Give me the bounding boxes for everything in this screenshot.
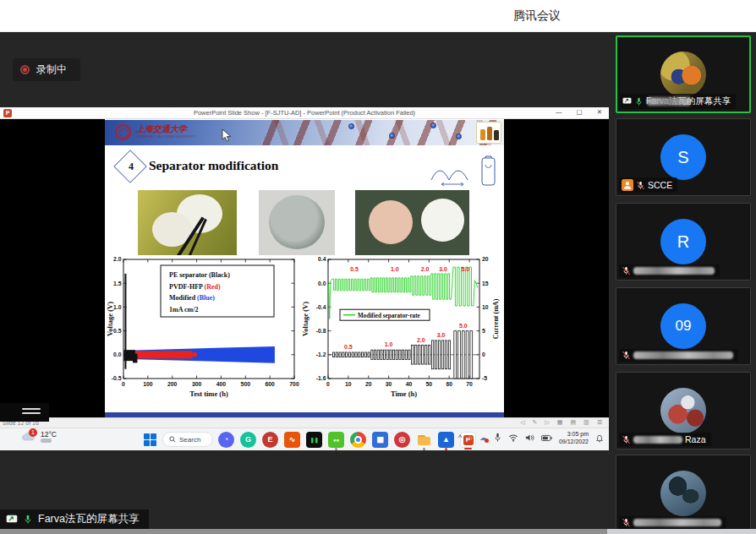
slide-title: Separator modification	[149, 158, 278, 173]
participants-sidebar: Farva法瓦的屏幕共享 S SCCE	[611, 32, 756, 534]
svg-text:-5: -5	[482, 375, 487, 381]
svg-text:1.0: 1.0	[113, 304, 122, 310]
slideshow-control-5[interactable]: ▥	[583, 419, 589, 426]
participant-tile-eagle[interactable]	[616, 455, 751, 532]
name-redaction	[633, 267, 715, 275]
taskbar-app-icons: ◔GE∿❚❚●●▦◎▲P	[218, 432, 476, 448]
clock[interactable]: 3:05 pm 09/12/2022	[559, 430, 589, 446]
svg-text:10: 10	[482, 304, 489, 310]
temperature-label: 12°C	[41, 430, 57, 439]
svg-text:300: 300	[192, 381, 202, 387]
participant-tile-sharer[interactable]: Farva法瓦的屏幕共享	[616, 35, 751, 113]
taskbar-icon-grammarly[interactable]: G	[240, 432, 256, 448]
svg-text:Modified separator-rate: Modified separator-rate	[358, 313, 420, 319]
taskbar-icon-photos[interactable]: ▲	[438, 432, 454, 448]
svg-text:-0.4: -0.4	[316, 304, 326, 310]
powerpoint-window-title: PowerPoint Slide Show - [F-SJTU-AD] - Po…	[0, 109, 609, 117]
svg-text:2.0: 2.0	[417, 337, 425, 343]
taskbar-icon-opera[interactable]: ◎	[394, 432, 410, 448]
svg-text:Voltage (V): Voltage (V)	[107, 302, 114, 336]
mic-muted-icon	[622, 266, 631, 275]
viewer-taskbar-edge	[0, 529, 756, 534]
svg-text:700: 700	[289, 381, 299, 387]
powerpoint-window: P PowerPoint Slide Show - [F-SJTU-AD] - …	[0, 107, 609, 428]
svg-text:30: 30	[386, 381, 392, 387]
wifi-icon[interactable]	[508, 433, 518, 442]
minimize-button[interactable]: —	[556, 108, 562, 116]
screen-share-icon	[622, 97, 632, 106]
close-button[interactable]: ✕	[597, 108, 602, 116]
taskbar-icon-wechat[interactable]: ●●	[328, 432, 344, 448]
restore-button[interactable]: ▢	[577, 108, 583, 116]
banner-photo	[249, 120, 504, 145]
participant-tile-r[interactable]: R	[616, 203, 751, 281]
mic-on-icon	[634, 97, 644, 106]
svg-text:0.5: 0.5	[344, 344, 353, 350]
power-mode-icon[interactable]: ϟ	[468, 433, 473, 442]
svg-text:-0.8: -0.8	[316, 328, 326, 334]
svg-text:0: 0	[326, 381, 330, 387]
svg-text:400: 400	[216, 381, 227, 387]
slideshow-control-0[interactable]: ◁	[520, 419, 524, 426]
meeting-window: 腾讯会议 录制中 P PowerPoint Slide Show - [F-SJ…	[0, 0, 756, 534]
participant-tile-scce[interactable]: S SCCE	[616, 118, 751, 196]
taskbar-icon-stocks[interactable]: ❚❚	[306, 432, 322, 448]
search-placeholder: Search	[179, 436, 200, 444]
avatar: 09	[660, 303, 706, 349]
tray-expand-icon[interactable]: ^	[458, 433, 462, 442]
participant-tile-raza[interactable]: Raza	[616, 372, 751, 450]
slideshow-control-3[interactable]: ▦	[557, 419, 563, 426]
recording-badge[interactable]: 录制中	[13, 58, 80, 81]
svg-text:-0.5: -0.5	[112, 375, 122, 381]
taskbar-icon-origin[interactable]: ∿	[284, 432, 300, 448]
banner-ornament	[430, 123, 436, 128]
start-button[interactable]	[144, 433, 156, 446]
taskbar-icon-chat-app[interactable]: ◔	[218, 432, 234, 448]
svg-text:5.0: 5.0	[461, 266, 469, 272]
svg-text:-1.6: -1.6	[316, 375, 326, 381]
screen-share-icon	[6, 515, 18, 525]
battery-icon[interactable]	[541, 434, 552, 442]
member-badge-icon	[622, 179, 633, 191]
svg-text:0: 0	[482, 351, 485, 357]
slideshow-control-6[interactable]: ☰	[597, 419, 602, 426]
avatar	[660, 471, 706, 516]
name-redaction	[647, 97, 691, 106]
svg-text:3.0: 3.0	[439, 266, 447, 272]
svg-text:0.4: 0.4	[318, 256, 326, 262]
svg-text:0.5: 0.5	[350, 266, 359, 272]
weather-widget[interactable]: 1 12°C	[22, 430, 57, 443]
svg-text:60: 60	[446, 381, 452, 387]
separator-disc	[269, 195, 325, 249]
microphone-icon[interactable]	[494, 433, 501, 443]
svg-text:0.5: 0.5	[113, 328, 122, 334]
search-box[interactable]: Search	[162, 432, 213, 447]
taskbar-icon-calculator[interactable]: ▦	[372, 432, 388, 448]
cloud-sync-icon[interactable]: ☁	[479, 433, 487, 442]
svg-text:20: 20	[482, 256, 489, 262]
svg-text:1.0: 1.0	[385, 341, 393, 347]
participant-label: Raza	[619, 433, 711, 446]
taskbar-icon-chrome[interactable]	[350, 432, 366, 448]
taskbar-icon-file-explorer[interactable]	[416, 432, 432, 448]
slideshow-control-2[interactable]: ▷	[545, 419, 549, 426]
powerpoint-titlebar: P PowerPoint Slide Show - [F-SJTU-AD] - …	[0, 107, 609, 119]
separator-photo-tweezers	[138, 190, 237, 255]
notification-center-icon[interactable]	[595, 433, 604, 443]
separator-disc	[421, 199, 464, 242]
meeting-titlebar: 腾讯会议	[0, 0, 756, 32]
meeting-floating-toolbar[interactable]	[0, 403, 49, 422]
participant-label	[619, 264, 720, 277]
mic-muted-icon	[622, 351, 631, 360]
avatar	[660, 388, 706, 433]
record-dot-icon	[20, 65, 30, 74]
section-number: 4	[125, 161, 137, 173]
screen-share-banner[interactable]: Farva法瓦的屏幕共享	[0, 509, 149, 529]
speaker-icon[interactable]	[525, 433, 534, 442]
participant-tile-09[interactable]: 09	[616, 287, 751, 365]
svg-text:200: 200	[167, 381, 178, 387]
taskbar-icon-endnote[interactable]: E	[262, 432, 278, 448]
windows-taskbar: 1 12°C Search ◔GE∿❚❚●●▦◎▲P ^ ϟ ☁	[0, 428, 609, 450]
slideshow-control-1[interactable]: ✎	[533, 419, 538, 426]
slideshow-control-4[interactable]: ▤	[570, 419, 576, 426]
